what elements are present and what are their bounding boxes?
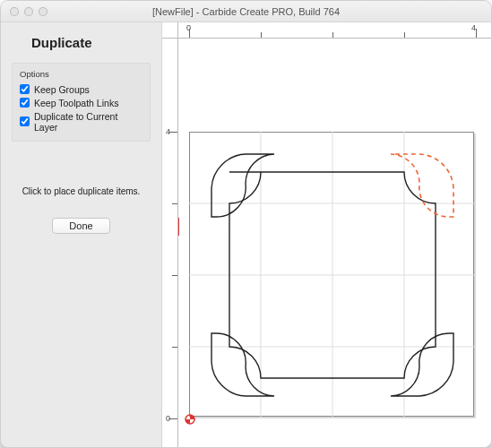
ruler-marker-v (178, 218, 179, 236)
panel-title: Duplicate (31, 35, 151, 50)
titlebar: [NewFile] - Carbide Create PRO, Build 76… (1, 1, 491, 22)
sidebar: Duplicate Options Keep Groups Keep Toolp… (1, 22, 162, 447)
option-label: Keep Groups (34, 84, 90, 95)
option-label: Keep Toolpath Links (34, 98, 118, 108)
ruler-corner (162, 22, 178, 39)
option-keep-toolpath-links[interactable]: Keep Toolpath Links (20, 96, 142, 109)
shape-corner-br[interactable] (391, 333, 453, 396)
checkbox-keep-toolpath-links[interactable] (20, 98, 30, 108)
drawing-viewport[interactable] (178, 39, 491, 447)
hint-text: Click to place duplicate items. (12, 186, 151, 196)
options-caption: Options (20, 69, 142, 79)
window-body: Duplicate Options Keep Groups Keep Toolp… (1, 22, 491, 447)
option-label: Duplicate to Current Layer (34, 111, 142, 133)
options-group: Options Keep Groups Keep Toolpath Links … (12, 63, 151, 142)
shape-corner-tl[interactable] (211, 154, 274, 217)
done-row: Done (12, 218, 151, 234)
shape-corner-bl[interactable] (211, 333, 274, 396)
checkbox-keep-groups[interactable] (20, 84, 30, 94)
shape-corner-tr-duplicate[interactable] (391, 154, 453, 217)
ruler-vertical: 0 4 (162, 39, 178, 447)
grid (189, 132, 476, 418)
ruler-horizontal: 0 4 (178, 22, 491, 39)
done-button[interactable]: Done (52, 218, 109, 234)
window-title: [NewFile] - Carbide Create PRO, Build 76… (1, 6, 491, 17)
canvas-area[interactable]: 0 4 0 4 (162, 22, 491, 447)
option-keep-groups[interactable]: Keep Groups (20, 82, 142, 96)
app-window: [NewFile] - Carbide Create PRO, Build 76… (0, 0, 492, 448)
drawing-svg[interactable] (189, 132, 476, 418)
checkbox-duplicate-current-layer[interactable] (20, 116, 30, 126)
option-duplicate-current-layer[interactable]: Duplicate to Current Layer (20, 109, 142, 134)
